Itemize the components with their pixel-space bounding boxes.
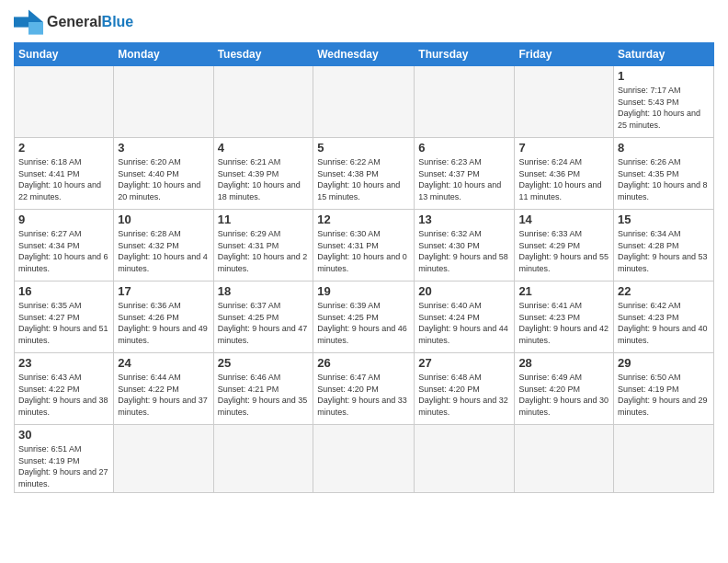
day-number: 24 <box>118 356 209 370</box>
calendar-cell: 27Sunrise: 6:48 AM Sunset: 4:20 PM Dayli… <box>415 353 515 425</box>
calendar-table: SundayMondayTuesdayWednesdayThursdayFrid… <box>14 42 714 493</box>
calendar-cell: 2Sunrise: 6:18 AM Sunset: 4:41 PM Daylig… <box>15 138 114 210</box>
day-info: Sunrise: 6:43 AM Sunset: 4:22 PM Dayligh… <box>18 372 109 418</box>
calendar-week-3: 16Sunrise: 6:35 AM Sunset: 4:27 PM Dayli… <box>15 282 714 353</box>
calendar-cell: 8Sunrise: 6:26 AM Sunset: 4:35 PM Daylig… <box>614 138 714 210</box>
logo: GeneralBlue <box>14 9 133 35</box>
calendar-cell: 16Sunrise: 6:35 AM Sunset: 4:27 PM Dayli… <box>15 282 114 353</box>
logo-text: GeneralBlue <box>47 14 133 30</box>
day-number: 14 <box>518 213 609 226</box>
calendar-cell: 24Sunrise: 6:44 AM Sunset: 4:22 PM Dayli… <box>114 353 213 425</box>
day-number: 8 <box>618 141 710 155</box>
calendar-week-4: 23Sunrise: 6:43 AM Sunset: 4:22 PM Dayli… <box>15 353 714 425</box>
calendar-cell <box>213 425 313 493</box>
day-info: Sunrise: 6:20 AM Sunset: 4:40 PM Dayligh… <box>118 156 209 202</box>
calendar-cell: 13Sunrise: 6:32 AM Sunset: 4:30 PM Dayli… <box>415 210 515 282</box>
calendar-cell: 20Sunrise: 6:40 AM Sunset: 4:24 PM Dayli… <box>415 282 515 353</box>
day-info: Sunrise: 6:26 AM Sunset: 4:35 PM Dayligh… <box>618 156 710 202</box>
calendar-cell: 10Sunrise: 6:28 AM Sunset: 4:32 PM Dayli… <box>114 210 213 282</box>
calendar-cell: 6Sunrise: 6:23 AM Sunset: 4:37 PM Daylig… <box>415 138 515 210</box>
day-number: 1 <box>618 69 710 83</box>
day-number: 20 <box>418 284 510 298</box>
day-info: Sunrise: 6:50 AM Sunset: 4:19 PM Dayligh… <box>618 372 710 418</box>
logo-icon <box>14 9 43 35</box>
day-number: 25 <box>218 356 310 370</box>
day-number: 16 <box>18 284 109 298</box>
weekday-header-wednesday: Wednesday <box>313 43 415 66</box>
calendar-cell: 5Sunrise: 6:22 AM Sunset: 4:38 PM Daylig… <box>313 138 415 210</box>
calendar-week-5: 30Sunrise: 6:51 AM Sunset: 4:19 PM Dayli… <box>15 425 714 493</box>
day-number: 22 <box>618 284 710 298</box>
weekday-header-monday: Monday <box>114 43 213 66</box>
calendar-cell <box>515 425 614 493</box>
calendar-cell: 21Sunrise: 6:41 AM Sunset: 4:23 PM Dayli… <box>515 282 614 353</box>
svg-marker-2 <box>28 22 43 35</box>
day-number: 27 <box>418 356 510 370</box>
day-number: 29 <box>618 356 710 370</box>
day-info: Sunrise: 6:36 AM Sunset: 4:26 PM Dayligh… <box>118 300 209 346</box>
calendar-cell: 3Sunrise: 6:20 AM Sunset: 4:40 PM Daylig… <box>114 138 213 210</box>
calendar-cell <box>313 425 415 493</box>
day-number: 2 <box>18 141 109 155</box>
calendar-cell: 1Sunrise: 7:17 AM Sunset: 5:43 PM Daylig… <box>614 66 714 138</box>
day-info: Sunrise: 6:23 AM Sunset: 4:37 PM Dayligh… <box>418 156 510 202</box>
calendar-week-1: 2Sunrise: 6:18 AM Sunset: 4:41 PM Daylig… <box>15 138 714 210</box>
page: GeneralBlue SundayMondayTuesdayWednesday… <box>0 0 728 563</box>
day-number: 15 <box>618 213 710 226</box>
day-info: Sunrise: 6:27 AM Sunset: 4:34 PM Dayligh… <box>18 228 109 274</box>
day-info: Sunrise: 6:32 AM Sunset: 4:30 PM Dayligh… <box>418 228 510 274</box>
calendar-cell: 23Sunrise: 6:43 AM Sunset: 4:22 PM Dayli… <box>15 353 114 425</box>
calendar-cell: 15Sunrise: 6:34 AM Sunset: 4:28 PM Dayli… <box>614 210 714 282</box>
day-info: Sunrise: 6:30 AM Sunset: 4:31 PM Dayligh… <box>317 228 410 274</box>
day-info: Sunrise: 6:22 AM Sunset: 4:38 PM Dayligh… <box>317 156 410 202</box>
day-number: 23 <box>18 356 109 370</box>
calendar-cell: 14Sunrise: 6:33 AM Sunset: 4:29 PM Dayli… <box>515 210 614 282</box>
weekday-header-sunday: Sunday <box>15 43 114 66</box>
day-number: 10 <box>118 213 209 226</box>
calendar-cell: 18Sunrise: 6:37 AM Sunset: 4:25 PM Dayli… <box>213 282 313 353</box>
svg-rect-0 <box>14 17 28 27</box>
weekday-header-saturday: Saturday <box>614 43 714 66</box>
calendar-cell <box>213 66 313 138</box>
day-number: 21 <box>518 284 609 298</box>
calendar-cell: 11Sunrise: 6:29 AM Sunset: 4:31 PM Dayli… <box>213 210 313 282</box>
calendar-cell: 9Sunrise: 6:27 AM Sunset: 4:34 PM Daylig… <box>15 210 114 282</box>
day-info: Sunrise: 6:24 AM Sunset: 4:36 PM Dayligh… <box>518 156 609 202</box>
day-info: Sunrise: 6:51 AM Sunset: 4:19 PM Dayligh… <box>18 443 109 489</box>
calendar-week-0: 1Sunrise: 7:17 AM Sunset: 5:43 PM Daylig… <box>15 66 714 138</box>
calendar-cell: 7Sunrise: 6:24 AM Sunset: 4:36 PM Daylig… <box>515 138 614 210</box>
calendar-cell: 29Sunrise: 6:50 AM Sunset: 4:19 PM Dayli… <box>614 353 714 425</box>
day-number: 17 <box>118 284 209 298</box>
calendar-cell: 26Sunrise: 6:47 AM Sunset: 4:20 PM Dayli… <box>313 353 415 425</box>
calendar-cell <box>415 425 515 493</box>
day-info: Sunrise: 6:28 AM Sunset: 4:32 PM Dayligh… <box>118 228 209 274</box>
day-info: Sunrise: 6:18 AM Sunset: 4:41 PM Dayligh… <box>18 156 109 202</box>
weekday-header-row: SundayMondayTuesdayWednesdayThursdayFrid… <box>15 43 714 66</box>
calendar-cell <box>15 66 114 138</box>
day-info: Sunrise: 6:49 AM Sunset: 4:20 PM Dayligh… <box>518 372 609 418</box>
day-number: 6 <box>418 141 510 155</box>
day-info: Sunrise: 6:37 AM Sunset: 4:25 PM Dayligh… <box>218 300 310 346</box>
day-number: 30 <box>18 428 109 442</box>
calendar-cell <box>114 66 213 138</box>
day-info: Sunrise: 6:40 AM Sunset: 4:24 PM Dayligh… <box>418 300 510 346</box>
svg-marker-1 <box>28 9 43 22</box>
day-info: Sunrise: 7:17 AM Sunset: 5:43 PM Dayligh… <box>618 85 710 131</box>
calendar-cell: 28Sunrise: 6:49 AM Sunset: 4:20 PM Dayli… <box>515 353 614 425</box>
day-number: 9 <box>18 213 109 226</box>
day-number: 19 <box>317 284 410 298</box>
day-info: Sunrise: 6:39 AM Sunset: 4:25 PM Dayligh… <box>317 300 410 346</box>
calendar-week-2: 9Sunrise: 6:27 AM Sunset: 4:34 PM Daylig… <box>15 210 714 282</box>
day-number: 11 <box>218 213 310 226</box>
calendar-cell <box>415 66 515 138</box>
calendar-cell: 22Sunrise: 6:42 AM Sunset: 4:23 PM Dayli… <box>614 282 714 353</box>
calendar-cell: 30Sunrise: 6:51 AM Sunset: 4:19 PM Dayli… <box>15 425 114 493</box>
day-number: 13 <box>418 213 510 226</box>
calendar-cell <box>313 66 415 138</box>
calendar-cell: 4Sunrise: 6:21 AM Sunset: 4:39 PM Daylig… <box>213 138 313 210</box>
day-number: 5 <box>317 141 410 155</box>
calendar-cell <box>614 425 714 493</box>
calendar-cell: 17Sunrise: 6:36 AM Sunset: 4:26 PM Dayli… <box>114 282 213 353</box>
day-number: 12 <box>317 213 410 226</box>
day-info: Sunrise: 6:47 AM Sunset: 4:20 PM Dayligh… <box>317 372 410 418</box>
